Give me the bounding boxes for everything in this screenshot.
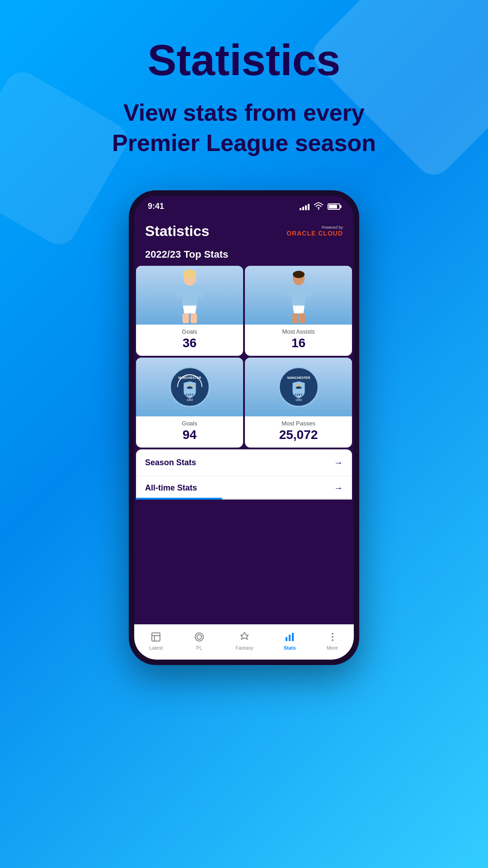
svg-rect-3 (183, 313, 189, 323)
svg-rect-26 (152, 633, 160, 641)
svg-point-34 (332, 639, 333, 641)
alltime-stats-row[interactable]: All-time Stats → (136, 476, 352, 498)
nav-item-stats[interactable]: Stats (278, 629, 301, 652)
svg-text:CITY: CITY (294, 393, 303, 397)
svg-point-7 (293, 271, 305, 278)
svg-point-14 (191, 385, 193, 387)
stat-label-2: Most Assists (250, 328, 347, 335)
stat-value-3: 94 (141, 428, 238, 442)
svg-text:CITY: CITY (185, 393, 194, 397)
stat-card-info-3: Goals 94 (136, 416, 243, 448)
powered-by-text: Powered by (321, 225, 343, 230)
man-city-badge-1: MANCHESTER CITY 1894 (169, 367, 210, 407)
stat-card-goals-player[interactable]: Goals 36 (136, 266, 243, 356)
season-title: 2022/23 Top Stats (145, 249, 228, 260)
player-image-1 (136, 266, 243, 325)
latest-icon (150, 631, 162, 643)
wifi-icon (313, 201, 324, 212)
man-city-badge-2: MANCHESTER CITY 1894 (278, 367, 319, 407)
phone-inner: 9:41 Statistics Powered by (134, 196, 354, 660)
oracle-badge: Powered by ORACLE CLOUD (286, 225, 343, 237)
status-bar: 9:41 (134, 196, 354, 216)
svg-rect-8 (292, 313, 298, 323)
svg-text:1894: 1894 (186, 398, 193, 401)
svg-rect-29 (286, 637, 287, 641)
nav-label-fantasy: Fantasy (235, 645, 253, 651)
player-silhouette-2 (276, 266, 321, 325)
header-section: Statistics View stats from everyPremier … (112, 0, 376, 186)
stat-card-info-4: Most Passes 25,072 (245, 416, 352, 448)
svg-rect-31 (292, 633, 294, 641)
season-stats-label: Season Stats (145, 458, 196, 467)
scroll-progress (136, 498, 352, 500)
phone-mockup: 9:41 Statistics Powered by (129, 190, 359, 665)
nav-item-latest[interactable]: Latest (144, 629, 168, 652)
season-stats-row[interactable]: Season Stats → (136, 449, 352, 476)
stat-value-4: 25,072 (250, 428, 347, 442)
player-silhouette-1 (167, 266, 212, 325)
club-badge-container-2: MANCHESTER CITY 1894 (245, 358, 352, 416)
svg-point-23 (298, 384, 300, 386)
svg-point-21 (295, 385, 297, 387)
bottom-nav: Latest PL (134, 624, 354, 660)
stat-label-1: Goals (141, 328, 238, 335)
svg-rect-30 (289, 635, 291, 641)
season-stats-arrow: → (334, 458, 343, 468)
app-title: Statistics (145, 223, 209, 240)
player-image-2 (245, 266, 352, 325)
fantasy-icon (238, 631, 251, 643)
status-time: 9:41 (148, 202, 164, 211)
club-badge-container-1: MANCHESTER CITY 1894 (136, 358, 243, 416)
stats-icon (283, 631, 296, 643)
app-header: Statistics Powered by ORACLE CLOUD (134, 216, 354, 245)
status-icons (300, 201, 340, 212)
svg-text:MANCHESTER: MANCHESTER (178, 376, 202, 380)
nav-item-pl[interactable]: PL (188, 629, 211, 652)
svg-point-13 (186, 385, 188, 387)
phone-outer: 9:41 Statistics Powered by (129, 190, 359, 665)
page-title: Statistics (112, 36, 376, 84)
stat-value-2: 16 (250, 336, 347, 350)
pl-icon (193, 631, 206, 643)
battery-icon (328, 203, 340, 210)
page-subtitle: View stats from everyPremier League seas… (112, 98, 376, 159)
nav-label-pl: PL (196, 645, 202, 651)
signal-icon (300, 203, 310, 210)
stat-value-1: 36 (141, 336, 238, 350)
stat-card-info-1: Goals 36 (136, 325, 243, 356)
nav-item-more[interactable]: More (321, 629, 344, 652)
stat-card-team-passes[interactable]: MANCHESTER CITY 1894 Most Passes 25,07 (245, 358, 352, 448)
svg-point-33 (332, 636, 333, 638)
nav-item-fantasy[interactable]: Fantasy (230, 629, 258, 652)
svg-point-32 (332, 633, 333, 635)
season-header: 2022/23 Top Stats (134, 245, 354, 266)
nav-label-stats: Stats (284, 645, 296, 651)
alltime-stats-arrow: → (334, 483, 343, 493)
nav-label-latest: Latest (149, 645, 163, 651)
svg-text:1894: 1894 (295, 398, 302, 401)
svg-text:MANCHESTER: MANCHESTER (287, 376, 310, 380)
svg-point-22 (300, 385, 302, 387)
scroll-progress-fill (136, 498, 222, 500)
stat-card-assists-player[interactable]: Most Assists 16 (245, 266, 352, 356)
stats-grid: Goals 36 (134, 266, 354, 448)
svg-rect-9 (299, 313, 305, 323)
stat-label-4: Most Passes (250, 420, 347, 427)
more-icon (326, 631, 339, 643)
stat-card-info-2: Most Assists 16 (245, 325, 352, 356)
oracle-text: ORACLE CLOUD (286, 230, 343, 237)
svg-point-2 (183, 269, 196, 278)
svg-rect-4 (191, 313, 197, 323)
stat-card-team-goals[interactable]: MANCHESTER CITY 1894 (136, 358, 243, 448)
nav-label-more: More (327, 645, 338, 651)
alltime-stats-label: All-time Stats (145, 483, 197, 493)
svg-point-15 (189, 384, 191, 386)
stat-label-3: Goals (141, 420, 238, 427)
